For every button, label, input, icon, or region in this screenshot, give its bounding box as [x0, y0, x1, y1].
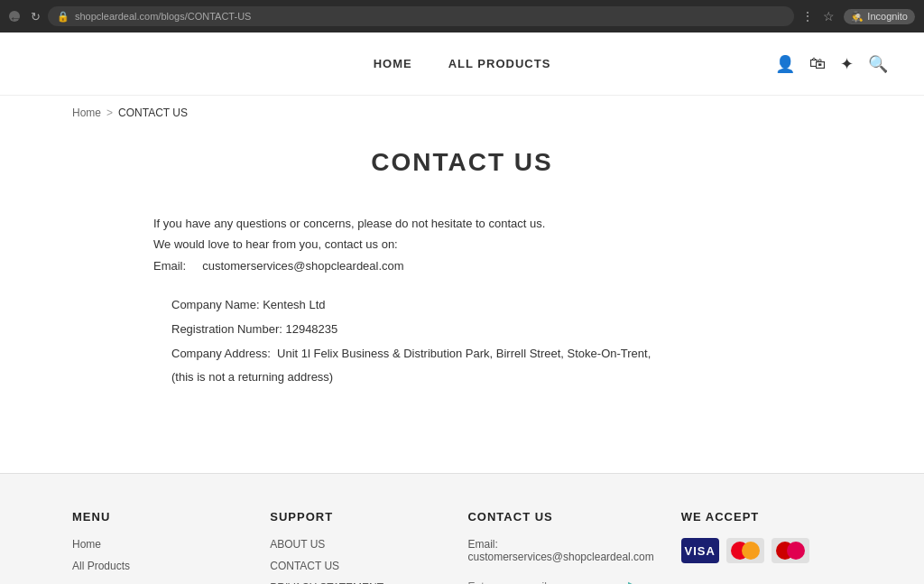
- maestro-icon: [772, 538, 809, 563]
- nav-home[interactable]: HOME: [374, 57, 412, 70]
- footer-contact-col: CONTACT US Email: customerservices@shopc…: [467, 510, 653, 584]
- mc-circle-orange: [742, 542, 760, 560]
- company-address: Company Address: Unit 1l Felix Business …: [171, 343, 852, 366]
- footer-email-label: Email:: [467, 538, 497, 551]
- footer-payment-col: WE ACCEPT VISA: [681, 510, 852, 584]
- footer-contact-email: Email: customerservices@shopcleardeal.co…: [467, 538, 653, 563]
- incognito-badge: 🕵 Incognito: [844, 9, 915, 24]
- intro-email: Email: customerservices@shopcleardeal.co…: [153, 255, 852, 276]
- contact-intro: If you have any questions or concerns, p…: [153, 213, 852, 276]
- footer-support-col: SUPPORT ABOUT US CONTACT US PRIVACY STAT…: [270, 510, 440, 584]
- footer-contact-us-link[interactable]: CONTACT US: [270, 560, 440, 572]
- grid-icon[interactable]: ⋮: [801, 9, 814, 23]
- reg-number: Registration Number: 12948235: [171, 319, 852, 341]
- footer-menu-col: MENU Home All Products: [72, 510, 243, 584]
- email-value: customerservices@shopcleardeal.com: [202, 259, 403, 273]
- breadcrumb: Home > CONTACT US: [0, 96, 924, 130]
- intro-line2: We would love to hear from you, contact …: [153, 234, 852, 255]
- lock-icon: 🔒: [57, 11, 69, 23]
- star-icon[interactable]: ☆: [823, 9, 835, 23]
- site-header: HOME ALL PRODUCTS 👤 🛍 ✦ 🔍: [0, 32, 924, 96]
- intro-line1: If you have any questions or concerns, p…: [153, 213, 852, 234]
- footer-contact-title: CONTACT US: [467, 510, 653, 524]
- visa-icon: VISA: [681, 538, 719, 563]
- footer-menu-title: MENU: [72, 510, 243, 524]
- footer-menu-all-products[interactable]: All Products: [72, 560, 243, 572]
- maestro-circle-right: [787, 542, 805, 560]
- url-bar[interactable]: 🔒 shopcleardeal.com/blogs/CONTACT-US: [48, 6, 794, 26]
- email-send-icon[interactable]: ▶: [628, 578, 639, 584]
- payment-icons: VISA: [681, 538, 852, 563]
- contact-details: Company Name: Kentesh Ltd Registration N…: [171, 294, 852, 389]
- incognito-icon: 🕵: [851, 11, 864, 23]
- address-note: (this is not a returning address): [171, 366, 852, 389]
- breadcrumb-home[interactable]: Home: [72, 107, 101, 119]
- site-footer: MENU Home All Products SUPPORT ABOUT US …: [0, 473, 924, 584]
- browser-chrome: ← ↻ 🔒 shopcleardeal.com/blogs/CONTACT-US…: [0, 0, 924, 32]
- wishlist-icon[interactable]: ✦: [840, 54, 854, 74]
- email-subscribe-form: ▶: [467, 578, 639, 584]
- email-subscribe-input[interactable]: [467, 580, 628, 585]
- breadcrumb-current: CONTACT US: [118, 107, 188, 119]
- mastercard-icon: [726, 538, 764, 563]
- incognito-label: Incognito: [867, 11, 908, 22]
- company-name: Company Name: Kentesh Ltd: [171, 294, 852, 317]
- search-icon[interactable]: 🔍: [868, 54, 888, 74]
- reload-icon[interactable]: ↻: [31, 10, 41, 23]
- header-icons: 👤 🛍 ✦ 🔍: [550, 54, 888, 74]
- nav-all-products[interactable]: ALL PRODUCTS: [448, 57, 551, 70]
- url-text: shopcleardeal.com/blogs/CONTACT-US: [75, 11, 251, 22]
- footer-about-us[interactable]: ABOUT US: [270, 538, 440, 551]
- browser-actions: ⋮ ☆ 🕵 Incognito: [801, 9, 915, 24]
- footer-menu-home[interactable]: Home: [72, 538, 243, 551]
- main-nav: HOME ALL PRODUCTS: [374, 57, 551, 70]
- footer-support-title: SUPPORT: [270, 510, 440, 524]
- footer-grid: MENU Home All Products SUPPORT ABOUT US …: [72, 510, 852, 584]
- browser-btn-back[interactable]: ←: [9, 11, 20, 22]
- email-label: Email:: [153, 259, 186, 273]
- page-title: CONTACT US: [72, 148, 852, 177]
- footer-email-address: customerservices@shopcleardeal.com: [467, 551, 653, 563]
- cart-icon[interactable]: 🛍: [809, 54, 826, 73]
- account-icon[interactable]: 👤: [775, 54, 795, 74]
- breadcrumb-separator: >: [106, 107, 113, 119]
- main-content: CONTACT US If you have any questions or …: [0, 130, 924, 473]
- footer-payment-title: WE ACCEPT: [681, 510, 852, 524]
- browser-window-buttons: ←: [9, 11, 20, 22]
